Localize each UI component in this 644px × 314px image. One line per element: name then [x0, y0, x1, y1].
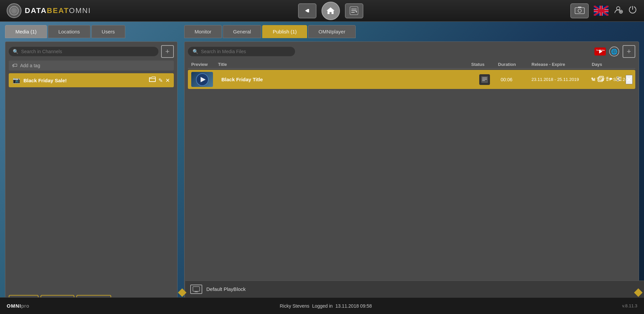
channels-empty-area — [9, 87, 174, 290]
channels-search-input[interactable] — [21, 49, 154, 54]
left-tabs: Media (1) Locations Users — [5, 25, 177, 38]
svg-marker-45 — [610, 78, 613, 80]
tab-users[interactable]: Users — [91, 25, 125, 38]
top-header: DATABEATOMNI — [0, 0, 644, 22]
web-button[interactable]: 🌐 — [609, 46, 619, 57]
power-button[interactable] — [628, 5, 637, 16]
status-bar: OMNIpro Ricky Stevens Logged in 13.11.20… — [0, 297, 644, 314]
logged-in-time: 13.11.2018 09:58 — [335, 303, 372, 309]
media-search-box: 🔍 — [188, 47, 295, 56]
product-name: OMNIpro — [7, 303, 29, 309]
tag-input-row[interactable]: 🏷 Add a tag — [9, 61, 174, 71]
youtube-button[interactable]: You Tube — [594, 47, 606, 56]
media-duration: 00:06 — [498, 77, 531, 82]
col-duration: Duration — [498, 62, 531, 67]
svg-rect-43 — [599, 76, 603, 81]
svg-rect-52 — [619, 78, 621, 80]
svg-point-14 — [578, 9, 581, 12]
monitor-icon — [190, 285, 202, 294]
col-days: Days — [592, 62, 632, 67]
tab-publish[interactable]: Publish (1) — [262, 25, 307, 38]
svg-rect-53 — [617, 80, 619, 81]
tab-monitor[interactable]: Monitor — [184, 25, 222, 38]
right-panel: Monitor General Publish (1) OMNIplayer 🔍 — [181, 22, 644, 314]
svg-rect-21 — [594, 9, 609, 12]
media-copy-button[interactable] — [598, 76, 604, 83]
tab-general[interactable]: General — [223, 25, 261, 38]
media-actions-right: You Tube 🌐 + — [594, 45, 635, 58]
header-right — [570, 3, 637, 18]
search-icon: 🔍 — [13, 49, 18, 54]
channels-search-row: 🔍 + — [9, 45, 174, 58]
main-content: Media (1) Locations Users 🔍 + 🏷 Add a ta… — [0, 22, 644, 314]
media-search-icon: 🔍 — [193, 49, 198, 54]
svg-rect-6 — [308, 9, 309, 12]
media-release-expire: 23.11.2018 - 25.11.2019 — [531, 77, 592, 82]
header-center — [298, 2, 363, 20]
playblock-label: Default PlayBlock — [206, 286, 246, 292]
svg-rect-16 — [594, 6, 609, 16]
status-center: Ricky Stevens Logged in 13.11.2018 09:58 — [280, 303, 372, 309]
channel-edit-button[interactable]: ✎ — [158, 77, 163, 84]
tab-media[interactable]: Media (1) — [5, 25, 47, 38]
svg-rect-22 — [600, 6, 602, 16]
col-title: Title — [218, 62, 471, 67]
media-edit-button[interactable]: ✎ — [591, 76, 595, 83]
channel-camera-icon: 📷 — [13, 77, 20, 84]
tag-placeholder: Add a tag — [20, 63, 40, 68]
right-tabs: Monitor General Publish (1) OMNIplayer — [184, 25, 639, 38]
media-row-actions: ✎ — [591, 76, 622, 83]
svg-rect-51 — [617, 77, 619, 78]
svg-rect-24 — [600, 6, 602, 16]
preview-thumbnail[interactable] — [191, 72, 213, 87]
channel-actions: ✎ ✕ — [149, 77, 170, 84]
media-close-button[interactable]: ✕ — [626, 75, 633, 84]
user-settings-button[interactable] — [614, 5, 623, 16]
media-title: Black Friday Title — [218, 77, 471, 82]
home-button[interactable] — [321, 2, 340, 20]
language-flag[interactable] — [594, 6, 609, 16]
media-search-row: 🔍 You Tube 🌐 + — [188, 45, 635, 58]
svg-rect-30 — [149, 79, 155, 82]
svg-line-19 — [594, 6, 609, 16]
svg-text:Tube: Tube — [600, 49, 605, 51]
svg-marker-7 — [327, 7, 335, 14]
svg-rect-23 — [594, 10, 609, 12]
channels-search-box: 🔍 — [9, 47, 158, 56]
edit-button[interactable] — [345, 3, 363, 18]
status-icon — [479, 74, 490, 85]
svg-line-17 — [594, 6, 609, 16]
svg-line-18 — [594, 6, 609, 16]
back-button[interactable] — [298, 3, 316, 18]
playblock-bar: Default PlayBlock — [185, 281, 644, 297]
svg-rect-38 — [481, 76, 488, 83]
add-channel-button[interactable]: + — [161, 45, 174, 58]
svg-marker-12 — [356, 11, 357, 13]
svg-line-20 — [594, 6, 609, 16]
svg-rect-54 — [193, 287, 200, 291]
tag-icon: 🏷 — [12, 63, 17, 69]
channel-name: Black Friday Sale! — [23, 78, 146, 83]
media-search-input[interactable] — [201, 49, 290, 54]
col-release-expire: Release - Expire — [531, 62, 592, 67]
media-move-button[interactable] — [606, 76, 613, 83]
svg-rect-15 — [578, 7, 581, 8]
add-media-button[interactable]: + — [623, 45, 635, 58]
media-row-black-friday[interactable]: Black Friday Title 00:06 23.11.2018 - 25… — [188, 70, 635, 89]
left-panel: Media (1) Locations Users 🔍 + 🏷 Add a ta… — [0, 22, 181, 314]
svg-rect-13 — [575, 8, 584, 14]
channel-item-black-friday-sale[interactable]: 📷 Black Friday Sale! ✎ ✕ — [9, 73, 174, 87]
tab-omniplayer[interactable]: OMNIplayer — [308, 25, 356, 38]
channels-panel: 🔍 + 🏷 Add a tag 📷 Black Friday Sale! — [5, 41, 177, 311]
col-preview: Preview — [191, 62, 218, 67]
photo-button[interactable] — [570, 3, 589, 18]
tab-locations[interactable]: Locations — [48, 25, 90, 38]
version-text: v.8.11.3 — [622, 303, 637, 308]
media-panel: 🔍 You Tube 🌐 + — [184, 41, 639, 311]
channel-delete-button[interactable]: ✕ — [165, 77, 170, 84]
channel-folder-button[interactable] — [149, 77, 156, 84]
logged-in-user: Ricky Stevens — [280, 303, 309, 309]
media-settings-button[interactable] — [616, 76, 622, 83]
media-status — [471, 74, 498, 85]
svg-text:You: You — [596, 49, 600, 51]
